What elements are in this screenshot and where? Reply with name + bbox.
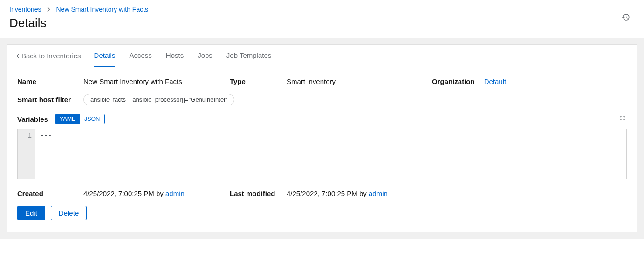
modified-label: Last modified — [230, 190, 287, 197]
history-icon[interactable] — [622, 13, 630, 21]
delete-button[interactable]: Delete — [51, 206, 87, 220]
tab-access[interactable]: Access — [129, 45, 151, 67]
detail-row-main: Name New Smart Inventory with Facts Type… — [17, 77, 627, 85]
back-to-inventories[interactable]: Back to Inventories — [16, 45, 81, 66]
breadcrumb: Inventories New Smart Inventory with Fac… — [9, 6, 635, 13]
action-buttons: Edit Delete — [17, 206, 627, 220]
organization-label: Organization — [432, 77, 475, 85]
editor-content: --- — [35, 129, 56, 179]
expand-icon[interactable] — [619, 115, 626, 123]
meta-row: Created 4/25/2022, 7:00:25 PM by admin L… — [17, 190, 627, 197]
smart-host-filter-label: Smart host filter — [17, 96, 83, 104]
details-card: Back to Inventories Details Access Hosts… — [7, 44, 637, 232]
page-title: Details — [9, 16, 635, 30]
created-user-link[interactable]: admin — [165, 190, 185, 197]
editor-gutter: 1 — [18, 129, 35, 179]
modified-user-link[interactable]: admin — [369, 190, 388, 197]
tab-job-templates[interactable]: Job Templates — [226, 45, 271, 67]
type-value: Smart inventory — [287, 77, 336, 85]
card-body: Name New Smart Inventory with Facts Type… — [7, 67, 637, 232]
tab-jobs[interactable]: Jobs — [198, 45, 212, 67]
tab-details[interactable]: Details — [94, 45, 116, 67]
breadcrumb-root[interactable]: Inventories — [9, 6, 41, 13]
detail-row-filter: Smart host filter ansible_facts__ansible… — [17, 94, 627, 105]
content-region: Back to Inventories Details Access Hosts… — [0, 38, 644, 239]
modified-by-word: by — [357, 190, 369, 197]
created-label: Created — [17, 190, 83, 197]
name-value: New Smart Inventory with Facts — [83, 77, 182, 85]
edit-button[interactable]: Edit — [17, 206, 45, 220]
created-value: 4/25/2022, 7:00:25 PM by admin — [83, 190, 185, 197]
created-by-word: by — [154, 190, 165, 197]
smart-host-filter-chip: ansible_facts__ansible_processor[]="Genu… — [83, 94, 234, 105]
toggle-yaml[interactable]: YAML — [55, 114, 80, 124]
modified-date: 4/25/2022, 7:00:25 PM — [287, 190, 357, 197]
variables-editor[interactable]: 1 --- — [17, 129, 627, 179]
toggle-json[interactable]: JSON — [80, 114, 104, 124]
tabs-nav: Back to Inventories Details Access Hosts… — [7, 45, 637, 67]
format-toggle: YAML JSON — [55, 114, 105, 124]
organization-link[interactable]: Default — [484, 77, 507, 85]
page-header: Inventories New Smart Inventory with Fac… — [0, 0, 644, 38]
tab-hosts[interactable]: Hosts — [166, 45, 184, 67]
created-date: 4/25/2022, 7:00:25 PM — [83, 190, 154, 197]
caret-left-icon — [16, 54, 20, 58]
back-label: Back to Inventories — [21, 52, 81, 60]
breadcrumb-current[interactable]: New Smart Inventory with Facts — [56, 6, 148, 13]
type-label: Type — [230, 77, 287, 85]
chevron-right-icon — [47, 6, 50, 13]
name-label: Name — [17, 77, 83, 85]
variables-header: Variables YAML JSON — [17, 114, 627, 124]
modified-value: 4/25/2022, 7:00:25 PM by admin — [287, 190, 388, 197]
variables-label: Variables — [17, 115, 48, 123]
